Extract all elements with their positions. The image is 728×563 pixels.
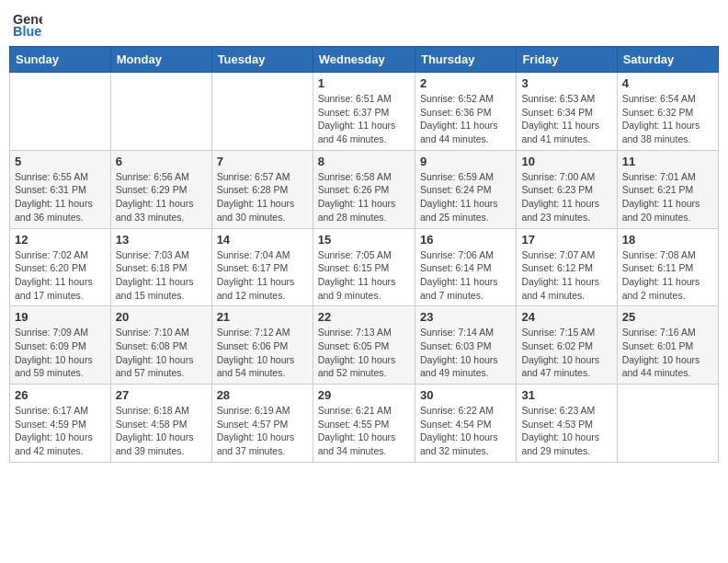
calendar-header-row: SundayMondayTuesdayWednesdayThursdayFrid… bbox=[10, 47, 719, 73]
calendar-cell: 18Sunrise: 7:08 AM Sunset: 6:11 PM Dayli… bbox=[617, 228, 718, 306]
day-info: Sunrise: 7:13 AM Sunset: 6:05 PM Dayligh… bbox=[318, 326, 410, 380]
calendar-cell: 21Sunrise: 7:12 AM Sunset: 6:06 PM Dayli… bbox=[211, 306, 313, 385]
calendar-cell bbox=[211, 73, 313, 151]
day-number: 27 bbox=[116, 388, 207, 402]
calendar-cell: 6Sunrise: 6:56 AM Sunset: 6:29 PM Daylig… bbox=[110, 150, 211, 228]
day-of-week-header: Saturday bbox=[617, 47, 718, 73]
calendar-table: SundayMondayTuesdayWednesdayThursdayFrid… bbox=[9, 46, 719, 463]
day-info: Sunrise: 7:03 AM Sunset: 6:18 PM Dayligh… bbox=[116, 248, 207, 303]
day-number: 23 bbox=[420, 310, 511, 324]
day-info: Sunrise: 7:12 AM Sunset: 6:06 PM Dayligh… bbox=[217, 326, 308, 380]
calendar-week-row: 26Sunrise: 6:17 AM Sunset: 4:59 PM Dayli… bbox=[10, 385, 719, 463]
day-of-week-header: Friday bbox=[517, 47, 617, 73]
calendar-week-row: 12Sunrise: 7:02 AM Sunset: 6:20 PM Dayli… bbox=[10, 228, 719, 306]
day-info: Sunrise: 7:09 AM Sunset: 6:09 PM Dayligh… bbox=[15, 326, 106, 380]
day-number: 24 bbox=[521, 310, 611, 324]
calendar-cell: 5Sunrise: 6:55 AM Sunset: 6:31 PM Daylig… bbox=[10, 150, 111, 228]
day-info: Sunrise: 6:22 AM Sunset: 4:54 PM Dayligh… bbox=[420, 404, 511, 458]
day-number: 18 bbox=[622, 233, 713, 247]
calendar-cell bbox=[617, 385, 718, 463]
calendar-cell: 20Sunrise: 7:10 AM Sunset: 6:08 PM Dayli… bbox=[110, 306, 211, 385]
calendar-cell: 19Sunrise: 7:09 AM Sunset: 6:09 PM Dayli… bbox=[10, 306, 111, 385]
day-info: Sunrise: 7:15 AM Sunset: 6:02 PM Dayligh… bbox=[521, 326, 611, 380]
day-info: Sunrise: 6:23 AM Sunset: 4:53 PM Dayligh… bbox=[521, 404, 611, 458]
calendar-cell: 4Sunrise: 6:54 AM Sunset: 6:32 PM Daylig… bbox=[617, 73, 718, 151]
calendar-cell: 28Sunrise: 6:19 AM Sunset: 4:57 PM Dayli… bbox=[211, 385, 313, 463]
calendar-cell: 17Sunrise: 7:07 AM Sunset: 6:12 PM Dayli… bbox=[517, 228, 617, 306]
calendar-cell: 15Sunrise: 7:05 AM Sunset: 6:15 PM Dayli… bbox=[313, 228, 415, 306]
day-of-week-header: Wednesday bbox=[313, 47, 415, 73]
calendar-cell: 26Sunrise: 6:17 AM Sunset: 4:59 PM Dayli… bbox=[10, 385, 111, 463]
day-info: Sunrise: 7:02 AM Sunset: 6:20 PM Dayligh… bbox=[15, 248, 106, 303]
day-info: Sunrise: 6:56 AM Sunset: 6:29 PM Dayligh… bbox=[116, 170, 207, 224]
day-info: Sunrise: 7:00 AM Sunset: 6:23 PM Dayligh… bbox=[521, 170, 611, 224]
day-info: Sunrise: 6:51 AM Sunset: 6:37 PM Dayligh… bbox=[318, 92, 410, 146]
day-of-week-header: Tuesday bbox=[211, 47, 313, 73]
page-header: General Blue bbox=[9, 9, 719, 39]
calendar-cell: 11Sunrise: 7:01 AM Sunset: 6:21 PM Dayli… bbox=[617, 150, 718, 228]
day-info: Sunrise: 7:01 AM Sunset: 6:21 PM Dayligh… bbox=[622, 170, 713, 224]
day-info: Sunrise: 7:05 AM Sunset: 6:15 PM Dayligh… bbox=[318, 248, 410, 303]
day-number: 31 bbox=[521, 388, 611, 402]
calendar-cell: 27Sunrise: 6:18 AM Sunset: 4:58 PM Dayli… bbox=[110, 385, 211, 463]
calendar-cell: 7Sunrise: 6:57 AM Sunset: 6:28 PM Daylig… bbox=[211, 150, 313, 228]
calendar-cell: 3Sunrise: 6:53 AM Sunset: 6:34 PM Daylig… bbox=[517, 73, 617, 151]
day-of-week-header: Thursday bbox=[415, 47, 516, 73]
calendar-cell bbox=[10, 73, 111, 151]
svg-text:Blue: Blue bbox=[13, 24, 41, 39]
day-number: 29 bbox=[318, 388, 410, 402]
day-number: 5 bbox=[15, 155, 106, 168]
day-info: Sunrise: 6:54 AM Sunset: 6:32 PM Dayligh… bbox=[622, 92, 713, 146]
day-info: Sunrise: 6:18 AM Sunset: 4:58 PM Dayligh… bbox=[116, 404, 207, 458]
day-number: 9 bbox=[420, 155, 511, 168]
day-info: Sunrise: 6:55 AM Sunset: 6:31 PM Dayligh… bbox=[15, 170, 106, 224]
day-number: 17 bbox=[521, 233, 611, 247]
day-info: Sunrise: 7:10 AM Sunset: 6:08 PM Dayligh… bbox=[116, 326, 207, 380]
day-of-week-header: Monday bbox=[110, 47, 211, 73]
day-info: Sunrise: 6:19 AM Sunset: 4:57 PM Dayligh… bbox=[217, 404, 308, 458]
day-info: Sunrise: 6:52 AM Sunset: 6:36 PM Dayligh… bbox=[420, 92, 511, 146]
calendar-cell: 1Sunrise: 6:51 AM Sunset: 6:37 PM Daylig… bbox=[313, 73, 415, 151]
day-number: 13 bbox=[116, 233, 207, 247]
day-info: Sunrise: 7:07 AM Sunset: 6:12 PM Dayligh… bbox=[521, 248, 611, 303]
calendar-cell: 31Sunrise: 6:23 AM Sunset: 4:53 PM Dayli… bbox=[517, 385, 617, 463]
logo: General Blue bbox=[13, 9, 46, 39]
day-number: 4 bbox=[622, 76, 713, 90]
day-number: 12 bbox=[15, 233, 106, 247]
day-number: 26 bbox=[15, 388, 106, 402]
day-number: 2 bbox=[420, 76, 511, 90]
calendar-cell: 14Sunrise: 7:04 AM Sunset: 6:17 PM Dayli… bbox=[211, 228, 313, 306]
day-number: 21 bbox=[217, 310, 308, 324]
calendar-cell: 2Sunrise: 6:52 AM Sunset: 6:36 PM Daylig… bbox=[415, 73, 516, 151]
day-number: 20 bbox=[116, 310, 207, 324]
day-info: Sunrise: 6:57 AM Sunset: 6:28 PM Dayligh… bbox=[217, 170, 308, 224]
day-number: 14 bbox=[217, 233, 308, 247]
day-number: 7 bbox=[217, 155, 308, 168]
calendar-cell: 29Sunrise: 6:21 AM Sunset: 4:55 PM Dayli… bbox=[313, 385, 415, 463]
day-info: Sunrise: 6:21 AM Sunset: 4:55 PM Dayligh… bbox=[318, 404, 410, 458]
calendar-cell: 8Sunrise: 6:58 AM Sunset: 6:26 PM Daylig… bbox=[313, 150, 415, 228]
day-number: 19 bbox=[15, 310, 106, 324]
day-number: 30 bbox=[420, 388, 511, 402]
day-info: Sunrise: 7:16 AM Sunset: 6:01 PM Dayligh… bbox=[622, 326, 713, 380]
calendar-cell: 22Sunrise: 7:13 AM Sunset: 6:05 PM Dayli… bbox=[313, 306, 415, 385]
day-info: Sunrise: 6:58 AM Sunset: 6:26 PM Dayligh… bbox=[318, 170, 410, 224]
day-info: Sunrise: 7:14 AM Sunset: 6:03 PM Dayligh… bbox=[420, 326, 511, 380]
calendar-cell: 12Sunrise: 7:02 AM Sunset: 6:20 PM Dayli… bbox=[10, 228, 111, 306]
calendar-cell: 24Sunrise: 7:15 AM Sunset: 6:02 PM Dayli… bbox=[517, 306, 617, 385]
day-number: 1 bbox=[318, 76, 410, 90]
calendar-week-row: 19Sunrise: 7:09 AM Sunset: 6:09 PM Dayli… bbox=[10, 306, 719, 385]
calendar-cell: 16Sunrise: 7:06 AM Sunset: 6:14 PM Dayli… bbox=[415, 228, 516, 306]
calendar-cell: 9Sunrise: 6:59 AM Sunset: 6:24 PM Daylig… bbox=[415, 150, 516, 228]
day-number: 10 bbox=[521, 155, 611, 168]
day-number: 6 bbox=[116, 155, 207, 168]
day-number: 28 bbox=[217, 388, 308, 402]
day-info: Sunrise: 6:59 AM Sunset: 6:24 PM Dayligh… bbox=[420, 170, 511, 224]
day-info: Sunrise: 7:06 AM Sunset: 6:14 PM Dayligh… bbox=[420, 248, 511, 303]
calendar-cell: 10Sunrise: 7:00 AM Sunset: 6:23 PM Dayli… bbox=[517, 150, 617, 228]
calendar-cell: 25Sunrise: 7:16 AM Sunset: 6:01 PM Dayli… bbox=[617, 306, 718, 385]
day-number: 15 bbox=[318, 233, 410, 247]
calendar-cell: 13Sunrise: 7:03 AM Sunset: 6:18 PM Dayli… bbox=[110, 228, 211, 306]
calendar-week-row: 1Sunrise: 6:51 AM Sunset: 6:37 PM Daylig… bbox=[10, 73, 719, 151]
day-info: Sunrise: 6:17 AM Sunset: 4:59 PM Dayligh… bbox=[15, 404, 106, 458]
